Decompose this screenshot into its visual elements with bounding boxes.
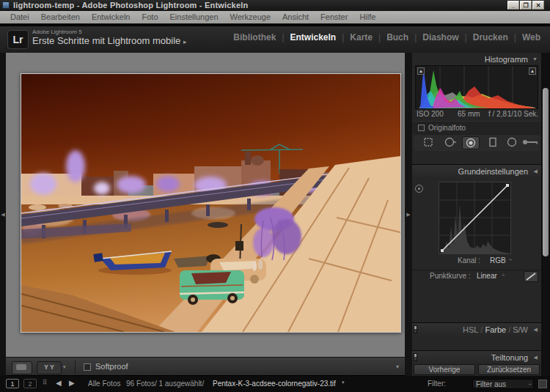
left-panel-arrow-icon[interactable]: ◀ <box>1 212 4 217</box>
right-panel-reveal-strip[interactable]: ▶ <box>405 53 412 376</box>
module-web[interactable]: Web <box>516 32 546 42</box>
radial-filter-tool[interactable] <box>503 136 521 149</box>
split-toning-switch[interactable] <box>414 353 417 361</box>
histogram-title: Histogramm <box>485 55 528 64</box>
point-curve-value[interactable]: Linear <box>477 272 497 280</box>
sw-segment[interactable]: S/W <box>513 325 528 334</box>
grid-view-icon[interactable]: ⠿ <box>43 379 48 386</box>
second-window-button[interactable]: 2 <box>23 379 37 388</box>
hsl-collapse-icon[interactable]: ◀ <box>534 323 538 336</box>
right-panel-arrow-icon[interactable]: ▶ <box>406 212 410 217</box>
minimize-button[interactable]: _ <box>507 1 519 10</box>
menu-bearbeiten[interactable]: Bearbeiten <box>35 11 86 23</box>
channel-spinner-icon[interactable]: ÷ <box>509 256 512 263</box>
right-panel: Histogramm ▼ ▲ ▲ ISO 200 65 mm <box>412 53 541 376</box>
develop-buttons-row: Vorherige Zurücksetzen <box>412 364 541 376</box>
channel-value[interactable]: RGB <box>490 256 506 265</box>
module-bibliothek[interactable]: Bibliothek <box>227 32 282 42</box>
split-toning-collapse-icon[interactable]: ◀ <box>534 351 538 364</box>
source-label[interactable]: Alle Fotos <box>88 380 120 388</box>
highlight-clipping-icon[interactable]: ▲ <box>529 67 536 75</box>
menu-foto[interactable]: Foto <box>136 11 164 23</box>
reset-button[interactable]: Zurücksetzen <box>478 364 540 375</box>
originalfoto-row: Originalfoto <box>412 121 541 134</box>
collection-arrow-icon[interactable]: ▸ <box>183 38 187 45</box>
filmstrip-source-dropdown-icon[interactable]: ▾ <box>342 380 345 385</box>
filter-lock-button[interactable] <box>538 380 547 388</box>
photo-count-label: 96 Fotos/ 1 ausgewählt/ <box>126 380 204 388</box>
lightroom-window: lightroom-temp - Adobe Photoshop Lightro… <box>0 0 550 392</box>
collection-name: Erste Schritte mit Lightroom mobile <box>32 35 180 46</box>
develop-canvas <box>6 53 405 357</box>
previous-button[interactable]: Vorherige <box>414 364 475 375</box>
menu-fenster[interactable]: Fenster <box>315 11 353 23</box>
collection-title[interactable]: Erste Schritte mit Lightroom mobile ▸ <box>32 35 186 46</box>
shadow-clipping-icon[interactable]: ▲ <box>417 67 425 75</box>
module-header: Lr Adobe Lightroom 5 Erste Schritte mit … <box>0 26 550 53</box>
next-photo-icon[interactable]: ▶ <box>69 379 75 387</box>
hsl-panel-header[interactable]: HSL/Farbe/S/W ◀ <box>412 322 541 336</box>
previous-photo-icon[interactable]: ◀ <box>56 379 62 387</box>
softproof-checkbox[interactable] <box>84 363 91 371</box>
loupe-view-button[interactable] <box>12 361 32 374</box>
filter-dropdown[interactable]: Filter aus ÷ <box>472 379 534 389</box>
spot-removal-tool[interactable] <box>441 136 459 149</box>
tool-strip <box>414 134 540 151</box>
loupe-icon <box>16 364 26 370</box>
graduated-filter-tool[interactable] <box>484 136 502 149</box>
menu-datei[interactable]: Datei <box>4 11 35 23</box>
edit-point-curve-button[interactable] <box>524 271 538 282</box>
toolbar-separator <box>75 360 76 374</box>
channel-row: Kanal : RGB ÷ <box>412 256 541 268</box>
menu-einstellungen[interactable]: Einstellungen <box>164 11 224 23</box>
module-drucken[interactable]: Drucken <box>467 32 514 42</box>
menu-hilfe[interactable]: Hilfe <box>353 11 381 23</box>
farbe-segment[interactable]: Farbe <box>485 325 506 334</box>
app-version-label: Adobe Lightroom 5 <box>32 29 82 35</box>
hsl-switch[interactable] <box>414 325 417 333</box>
close-button[interactable]: ✕ <box>532 1 544 10</box>
restore-button[interactable]: ❐ <box>520 1 532 10</box>
window-titlebar[interactable]: lightroom-temp - Adobe Photoshop Lightro… <box>0 0 550 11</box>
module-picker: Bibliothek | Entwickeln | Karte | Buch |… <box>227 32 546 42</box>
main-window-button[interactable]: 1 <box>6 379 19 388</box>
softproof-label: Softproof <box>95 362 128 371</box>
filter-value: Filter aus <box>476 380 506 388</box>
red-eye-tool[interactable] <box>462 136 480 149</box>
split-toning-panel-header[interactable]: Teiltonung ◀ <box>412 350 541 363</box>
scrollbar-thumb[interactable] <box>543 88 549 256</box>
menu-entwickeln[interactable]: Entwickeln <box>86 11 136 23</box>
hsl-segment[interactable]: HSL <box>463 325 478 334</box>
module-diashow[interactable]: Diashow <box>417 32 464 42</box>
window-title: lightroom-temp - Adobe Photoshop Lightro… <box>13 0 248 11</box>
point-curve-spinner-icon[interactable]: ÷ <box>502 272 505 278</box>
module-buch[interactable]: Buch <box>381 32 414 42</box>
menu-werkzeuge[interactable]: Werkzeuge <box>224 11 276 23</box>
point-curve-row: Punktkurve : Linear ÷ <box>412 270 541 283</box>
targeted-adjustment-icon[interactable] <box>415 185 423 193</box>
basic-panel-title: Grundeinstellungen <box>458 167 528 176</box>
histogram-panel-header[interactable]: Histogramm ▼ <box>412 53 541 66</box>
left-panel-reveal-strip[interactable]: ◀ <box>0 53 6 376</box>
menu-ansicht[interactable]: Ansicht <box>276 11 315 23</box>
histogram-display[interactable]: ▲ ▲ <box>415 65 538 109</box>
filter-label: Filter: <box>428 380 446 388</box>
crop-tool[interactable] <box>419 136 437 149</box>
right-panel-scrollbar[interactable] <box>541 53 550 376</box>
module-karte[interactable]: Karte <box>344 32 378 42</box>
photo-image[interactable] <box>21 73 401 333</box>
basic-panel-header[interactable]: Grundeinstellungen ◀ <box>412 164 541 177</box>
channel-label: Kanal : <box>458 256 480 265</box>
before-after-dropdown-icon[interactable]: ▾ <box>63 361 66 373</box>
histogram-collapse-icon[interactable]: ▼ <box>532 53 538 66</box>
tone-curve-display[interactable] <box>439 182 511 254</box>
current-filename[interactable]: Pentax-K-3-acdsee-colornegativ-23.tif <box>213 380 336 388</box>
module-entwickeln[interactable]: Entwickeln <box>285 32 342 42</box>
histogram-graph <box>416 66 538 108</box>
originalfoto-checkbox[interactable] <box>418 125 425 131</box>
toolbar-content-dropdown-icon[interactable]: ▾ <box>396 361 399 373</box>
menu-bar: Datei Bearbeiten Entwickeln Foto Einstel… <box>0 11 550 23</box>
shutter-value: 1/10 Sek. <box>507 110 538 118</box>
before-after-button[interactable]: Y Y <box>37 361 62 374</box>
basic-collapse-icon[interactable]: ◀ <box>534 165 538 178</box>
